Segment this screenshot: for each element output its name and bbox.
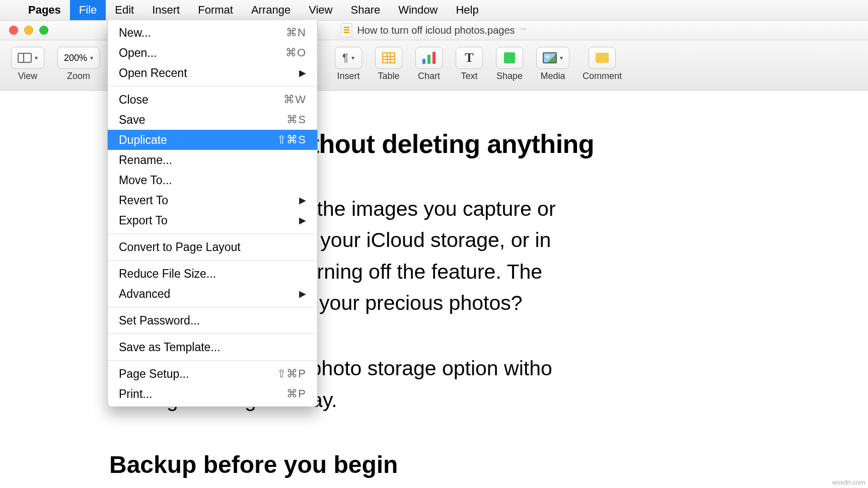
file-menu-revert-to[interactable]: Revert To▶ bbox=[108, 190, 317, 210]
zoom-button[interactable]: 200% ▾ bbox=[57, 47, 100, 69]
file-menu-close[interactable]: Close⌘W bbox=[108, 90, 317, 110]
media-icon bbox=[543, 51, 557, 65]
menu-item-label: Print... bbox=[119, 387, 152, 401]
menu-item-label: Revert To bbox=[119, 194, 168, 207]
text-label: Text bbox=[461, 71, 478, 82]
media-button[interactable]: ▾ bbox=[536, 47, 569, 69]
menubar-insert[interactable]: Insert bbox=[143, 0, 189, 20]
menu-item-label: Advanced bbox=[119, 287, 170, 301]
chevron-down-icon: ▾ bbox=[90, 54, 93, 61]
document-title[interactable]: How to turn off icloud photos.pages ﹀ bbox=[341, 23, 527, 37]
chevron-down-icon: ▾ bbox=[560, 54, 563, 61]
menubar-window[interactable]: Window bbox=[389, 0, 447, 20]
comment-label: Comment bbox=[583, 71, 622, 82]
media-label: Media bbox=[541, 71, 565, 82]
menubar-share[interactable]: Share bbox=[342, 0, 390, 20]
file-menu-save[interactable]: Save⌘S bbox=[108, 110, 317, 130]
menu-item-label: Save as Template... bbox=[119, 341, 221, 354]
submenu-arrow-icon: ▶ bbox=[299, 67, 306, 78]
view-icon bbox=[18, 51, 32, 65]
file-menu-advanced[interactable]: Advanced▶ bbox=[108, 284, 317, 304]
view-button[interactable]: ▾ bbox=[11, 47, 44, 69]
file-menu-set-password[interactable]: Set Password... bbox=[108, 310, 317, 331]
document-title-text: How to turn off icloud photos.pages bbox=[357, 25, 515, 36]
menu-item-shortcut: ⌘S bbox=[286, 113, 306, 126]
table-label: Table bbox=[378, 71, 400, 82]
view-label: View bbox=[18, 71, 38, 82]
submenu-arrow-icon: ▶ bbox=[299, 195, 306, 206]
menu-item-label: Export To bbox=[119, 214, 168, 227]
comment-button[interactable] bbox=[589, 47, 616, 69]
menu-item-label: Convert to Page Layout bbox=[119, 240, 241, 254]
submenu-arrow-icon: ▶ bbox=[299, 215, 306, 226]
file-menu-reduce-file-size[interactable]: Reduce File Size... bbox=[108, 264, 317, 284]
menubar-app[interactable]: Pages bbox=[19, 0, 70, 20]
shape-label: Shape bbox=[496, 71, 523, 82]
menu-item-label: Open Recent bbox=[119, 66, 187, 80]
close-window-button[interactable] bbox=[9, 26, 18, 35]
system-menubar: Pages File Edit Insert Format Arrange Vi… bbox=[0, 0, 868, 20]
menu-item-label: Close bbox=[119, 93, 149, 107]
menubar-arrange[interactable]: Arrange bbox=[242, 0, 300, 20]
fullscreen-window-button[interactable] bbox=[39, 26, 48, 35]
file-menu-page-setup[interactable]: Page Setup...⇧⌘P bbox=[108, 364, 317, 384]
shape-button[interactable] bbox=[496, 47, 523, 69]
file-menu-open-recent[interactable]: Open Recent▶ bbox=[108, 63, 317, 83]
pages-document-icon bbox=[341, 23, 352, 37]
menu-item-label: Reduce File Size... bbox=[119, 267, 216, 281]
file-menu-open[interactable]: Open...⌘O bbox=[108, 43, 317, 63]
paragraph-icon: ¶ bbox=[342, 51, 348, 64]
menubar-file[interactable]: File bbox=[70, 0, 106, 20]
minimize-window-button[interactable] bbox=[24, 26, 33, 35]
menubar-format[interactable]: Format bbox=[189, 0, 242, 20]
menu-item-label: Open... bbox=[119, 46, 157, 60]
menu-item-label: Rename... bbox=[119, 153, 172, 167]
menubar-edit[interactable]: Edit bbox=[106, 0, 143, 20]
file-menu-new[interactable]: New...⌘N bbox=[108, 23, 317, 43]
file-menu-print[interactable]: Print...⌘P bbox=[108, 384, 317, 404]
menu-item-shortcut: ⌘N bbox=[286, 26, 306, 39]
menu-item-shortcut: ⌘O bbox=[285, 46, 306, 59]
file-menu-save-as-template[interactable]: Save as Template... bbox=[108, 337, 317, 357]
text-button[interactable]: T bbox=[456, 47, 483, 69]
file-menu-convert-to-page-layout[interactable]: Convert to Page Layout bbox=[108, 237, 317, 257]
zoom-label: Zoom bbox=[67, 71, 90, 82]
comment-icon bbox=[595, 51, 609, 65]
traffic-lights bbox=[9, 26, 48, 35]
chart-icon bbox=[422, 52, 436, 64]
file-menu-dropdown: New...⌘NOpen...⌘OOpen Recent▶Close⌘WSave… bbox=[107, 20, 318, 407]
watermark: wsxdn.com bbox=[832, 478, 865, 486]
menubar-view[interactable]: View bbox=[300, 0, 341, 20]
shape-icon bbox=[502, 51, 517, 65]
table-button[interactable] bbox=[375, 47, 402, 69]
menu-item-label: Duplicate bbox=[119, 133, 167, 147]
file-menu-duplicate[interactable]: Duplicate⇧⌘S bbox=[108, 130, 317, 150]
menu-item-shortcut: ⌘P bbox=[286, 387, 306, 400]
table-icon bbox=[382, 51, 396, 65]
file-menu-export-to[interactable]: Export To▶ bbox=[108, 210, 317, 230]
menu-item-label: Move To... bbox=[119, 174, 172, 187]
menubar-help[interactable]: Help bbox=[447, 0, 487, 20]
chevron-down-icon: ﹀ bbox=[520, 26, 527, 35]
menu-item-shortcut: ⇧⌘P bbox=[277, 367, 306, 380]
zoom-value: 200% bbox=[64, 53, 87, 63]
insert-button[interactable]: ¶ ▾ bbox=[335, 47, 362, 69]
chevron-down-icon: ▾ bbox=[351, 54, 354, 61]
document-heading-2: Backup before you begin bbox=[109, 451, 868, 478]
menu-item-shortcut: ⌘W bbox=[283, 93, 306, 106]
menu-item-label: New... bbox=[119, 26, 151, 40]
file-menu-move-to[interactable]: Move To... bbox=[108, 170, 317, 190]
menu-item-shortcut: ⇧⌘S bbox=[277, 133, 306, 146]
file-menu-rename[interactable]: Rename... bbox=[108, 150, 317, 170]
menu-item-label: Page Setup... bbox=[119, 367, 189, 381]
insert-label: Insert bbox=[337, 71, 360, 82]
menu-item-label: Save bbox=[119, 113, 145, 127]
menu-item-label: Set Password... bbox=[119, 314, 200, 328]
text-icon: T bbox=[465, 50, 473, 65]
submenu-arrow-icon: ▶ bbox=[299, 288, 306, 299]
chart-label: Chart bbox=[418, 71, 440, 82]
chevron-down-icon: ▾ bbox=[35, 54, 38, 61]
chart-button[interactable] bbox=[415, 47, 443, 69]
